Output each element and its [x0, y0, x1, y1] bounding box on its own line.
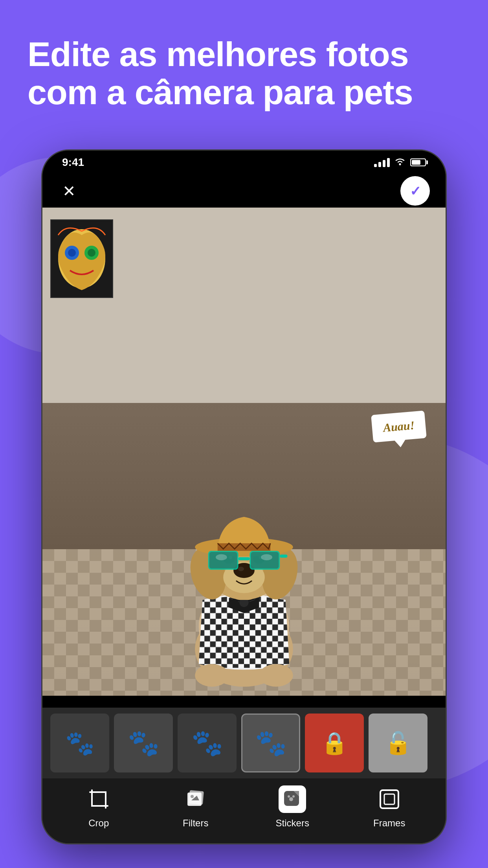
filter-thumb-3[interactable]: 🐾 — [178, 714, 237, 772]
frames-label: Frames — [373, 818, 405, 829]
filter-thumb-1[interactable]: 🐾 — [50, 714, 109, 772]
close-icon: ✕ — [62, 183, 76, 199]
paw-icon-1: 🐾 — [65, 729, 95, 757]
battery-icon — [410, 158, 426, 166]
filters-icon — [184, 788, 207, 811]
svg-point-24 — [238, 567, 244, 572]
status-bar: 9:41 — [42, 151, 446, 174]
bottom-toolbar: Crop Filters — [42, 778, 446, 843]
close-button[interactable]: ✕ — [58, 180, 80, 202]
filter-thumb-6[interactable]: 🔓 — [369, 714, 427, 772]
tool-frames[interactable]: Frames — [362, 785, 417, 829]
filter-thumb-2[interactable]: 🐾 — [114, 714, 173, 772]
svg-point-6 — [88, 249, 95, 257]
page-headline: Edite as melhores fotos com a câmera par… — [28, 35, 460, 112]
svg-point-38 — [216, 554, 227, 560]
lock-open-icon-6: 🔓 — [385, 730, 412, 756]
speech-text: Auau! — [382, 418, 415, 434]
svg-rect-37 — [280, 555, 287, 558]
svg-point-39 — [261, 554, 272, 560]
crop-label: Crop — [88, 818, 109, 829]
tool-filters[interactable]: Filters — [168, 785, 223, 829]
checkmark-icon: ✓ — [410, 183, 421, 199]
wall-art — [50, 219, 113, 298]
svg-point-46 — [191, 795, 194, 798]
paw-icon-2: 🐾 — [128, 728, 160, 758]
tool-stickers[interactable]: Stickers — [265, 785, 320, 829]
speech-bubble-sticker[interactable]: Auau! — [371, 410, 427, 443]
stickers-icon-wrap — [279, 785, 306, 813]
crop-icon-wrap — [85, 785, 112, 813]
status-icons — [374, 157, 426, 168]
room-background: Auau! — [42, 208, 446, 696]
filters-label: Filters — [183, 818, 208, 829]
dog-image — [150, 428, 338, 696]
confirm-button[interactable]: ✓ — [400, 176, 430, 206]
svg-point-41 — [259, 664, 293, 687]
svg-rect-42 — [92, 792, 106, 806]
svg-rect-33 — [238, 557, 250, 561]
tool-crop[interactable]: Crop — [71, 785, 126, 829]
svg-point-48 — [289, 797, 293, 801]
status-time: 9:41 — [62, 156, 84, 169]
filters-icon-wrap — [182, 785, 209, 813]
svg-rect-51 — [380, 790, 398, 808]
stickers-label: Stickers — [276, 818, 309, 829]
svg-point-5 — [68, 249, 76, 257]
svg-rect-52 — [384, 794, 394, 804]
filter-thumb-4[interactable]: 🐾 — [241, 714, 300, 772]
signal-icon — [374, 158, 390, 167]
lock-closed-icon-5: 🔒 — [321, 730, 348, 756]
paw-icon-4: 🐾 — [255, 728, 287, 758]
svg-point-49 — [288, 795, 290, 798]
editor-topbar: ✕ ✓ — [42, 174, 446, 208]
wall — [42, 208, 446, 427]
crop-icon — [88, 788, 110, 810]
wifi-icon — [394, 157, 405, 168]
phone-mockup: 9:41 — [41, 149, 447, 844]
filter-thumb-5[interactable]: 🔒 — [305, 714, 364, 772]
frames-icon — [378, 788, 401, 811]
svg-point-50 — [292, 795, 295, 798]
svg-point-0 — [399, 164, 401, 166]
phone-screen: 9:41 — [41, 149, 447, 844]
filter-strip: 🐾 🐾 🐾 🐾 🔒 🔓 — [42, 708, 446, 778]
paw-icon-3: 🐾 — [191, 728, 223, 758]
stickers-icon — [283, 789, 302, 809]
black-divider — [42, 696, 446, 708]
frames-icon-wrap — [376, 785, 403, 813]
photo-canvas[interactable]: Auau! — [42, 208, 446, 696]
svg-point-40 — [195, 664, 229, 687]
